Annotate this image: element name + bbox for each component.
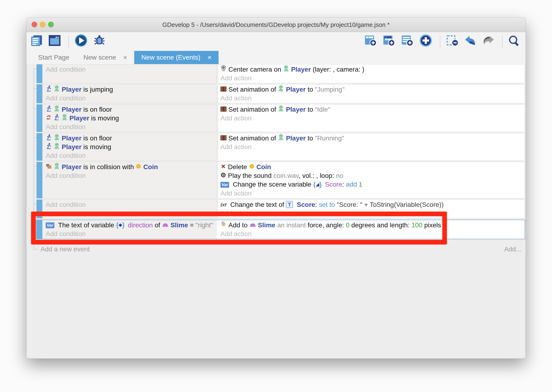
debug-button[interactable] [93, 35, 107, 48]
project-manager-button[interactable] [31, 35, 45, 48]
play-icon [74, 34, 88, 48]
action-line[interactable]: Set animation of Player to "Jumping" [221, 85, 524, 94]
event-drag-handle[interactable] [36, 133, 42, 161]
add-condition-button[interactable]: Add condition [46, 65, 216, 74]
platformer-icon [46, 105, 52, 114]
add-condition-button[interactable]: Add condition [46, 200, 216, 209]
tab-start-page[interactable]: Start Page [31, 51, 76, 64]
add-new-event-button[interactable]: Add a new event [41, 245, 90, 253]
add-action-button[interactable]: Add action [221, 94, 524, 103]
delete-event-button[interactable] [446, 36, 461, 47]
close-window-button[interactable] [32, 22, 37, 27]
invert-icon [46, 114, 52, 123]
add-action-button[interactable]: Add action [221, 114, 524, 123]
action-line[interactable]: Play the sound coin.wav, vol.: , loop: n… [221, 171, 524, 180]
text-segment: is on floor [82, 106, 112, 113]
event-drag-handle[interactable] [36, 162, 42, 198]
tab-bar: Start PageNew scene×New scene (Events)× [26, 51, 526, 64]
add-condition-button[interactable]: Add condition [46, 123, 216, 131]
condition-line[interactable]: Player is jumping [46, 85, 216, 94]
conditions-cell[interactable]: Player is in collision with CoinAdd cond… [42, 162, 217, 198]
event-drag-handle[interactable] [36, 104, 42, 132]
project-manager-icon [31, 34, 43, 48]
scene-editor-button[interactable] [48, 35, 63, 48]
add-comment-icon [401, 35, 414, 47]
animation-icon [221, 105, 227, 114]
actions-cell[interactable]: Delete CoinPlay the sound coin.wav, vol.… [218, 162, 525, 198]
add-condition-button[interactable]: Add condition [46, 94, 216, 103]
toolbar-divider [68, 35, 69, 47]
text-segment: Coin [143, 163, 158, 171]
platformer-icon [54, 114, 60, 123]
condition-line[interactable]: Player is moving [46, 142, 216, 151]
text-segment: Set animation of [228, 86, 278, 93]
tab-new-scene[interactable]: New scene× [76, 51, 134, 64]
event-row[interactable]: Player is on floorPlayer is movingAdd co… [36, 133, 525, 161]
add-action-button[interactable]: Add action [221, 189, 524, 198]
add-more-button[interactable]: Add... [504, 245, 521, 253]
red-highlight-annotation [31, 211, 447, 245]
tab-close-icon[interactable]: × [207, 54, 212, 62]
player-icon [54, 85, 60, 94]
event-drag-handle[interactable] [36, 64, 42, 83]
zoom-window-button[interactable] [48, 22, 54, 27]
add-action-button[interactable]: Add action [221, 142, 524, 151]
conditions-cell[interactable]: Player is on floorPlayer is movingAdd co… [42, 104, 217, 132]
conditions-cell[interactable]: Add condition [42, 64, 217, 83]
toolbar-divider [502, 35, 503, 47]
conditions-cell[interactable]: Player is on floorPlayer is movingAdd co… [42, 133, 217, 161]
redo-button[interactable] [482, 36, 497, 47]
condition-line[interactable]: Player is on floor [46, 105, 216, 114]
text-segment: no [336, 172, 343, 179]
text-segment: to [306, 86, 315, 93]
event-row[interactable]: Player is in collision with CoinAdd cond… [36, 162, 525, 198]
conditions-cell[interactable]: Player is jumpingAdd condition [42, 84, 217, 103]
add-comment-button[interactable] [401, 36, 415, 47]
condition-line[interactable]: Player is in collision with Coin [46, 162, 216, 171]
text-segment: : [342, 181, 346, 188]
action-line[interactable]: Delete Coin [221, 162, 524, 171]
event-drag-handle[interactable] [36, 84, 42, 103]
text-segment: Player [62, 106, 82, 113]
actions-cell[interactable]: Center camera on Player (layer: , camera… [218, 64, 525, 83]
actions-cell[interactable]: Set animation of Player to "Idle"Add act… [218, 104, 525, 132]
player-icon [54, 134, 60, 142]
text-segment: Delete [228, 163, 249, 171]
text-segment: : [315, 201, 319, 208]
minimize-window-button[interactable] [40, 22, 45, 27]
undo-button[interactable] [464, 36, 478, 47]
add-action-button[interactable]: Add action [221, 74, 524, 83]
collision-icon [46, 162, 52, 171]
add-condition-button[interactable]: Add condition [46, 151, 216, 160]
coin-icon [136, 162, 141, 171]
add-subevent-button[interactable] [382, 36, 397, 47]
event-row[interactable]: Player is jumpingAdd conditionSet animat… [36, 84, 525, 103]
title-bar[interactable]: GDevelop 5 - /Users/david/Documents/GDev… [26, 18, 526, 32]
action-line[interactable]: Set animation of Player to "Idle" [221, 105, 524, 114]
event-tree-line [34, 204, 36, 204]
condition-line[interactable]: Player is moving [46, 114, 216, 123]
scene-editor-icon [48, 34, 61, 48]
text-segment: Change the scene variable [233, 181, 313, 188]
event-row[interactable]: Add conditionCenter camera on Player (la… [36, 64, 525, 83]
animation-icon [221, 134, 227, 142]
action-line[interactable]: txtChange the text of TScore: set to "Sc… [221, 200, 524, 209]
text-segment: is on floor [82, 134, 112, 142]
actions-cell[interactable]: Set animation of Player to "Running"Add … [218, 133, 525, 161]
search-button[interactable] [508, 36, 521, 47]
sound-icon [221, 171, 226, 180]
actions-cell[interactable]: Set animation of Player to "Jumping"Add … [218, 84, 525, 103]
action-line[interactable]: Set animation of Player to "Running" [221, 134, 524, 142]
action-line[interactable]: VarChange the scene variable {◢}Score: a… [221, 180, 524, 189]
add-event-button[interactable] [364, 36, 379, 47]
condition-line[interactable]: Player is on floor [46, 134, 216, 142]
gdevelop-window: GDevelop 5 - /Users/david/Documents/GDev… [26, 18, 526, 358]
play-button[interactable] [74, 35, 90, 48]
event-row[interactable]: Player is on floorPlayer is movingAdd co… [36, 104, 525, 132]
tab-close-icon[interactable]: × [123, 54, 127, 62]
action-line[interactable]: Center camera on Player (layer: , camera… [221, 65, 524, 74]
add-condition-button[interactable]: Add condition [46, 171, 216, 180]
text-segment: is in collision with [82, 163, 136, 171]
add-circle-button[interactable] [419, 35, 434, 48]
tab-new-scene-events[interactable]: New scene (Events)× [134, 51, 219, 64]
